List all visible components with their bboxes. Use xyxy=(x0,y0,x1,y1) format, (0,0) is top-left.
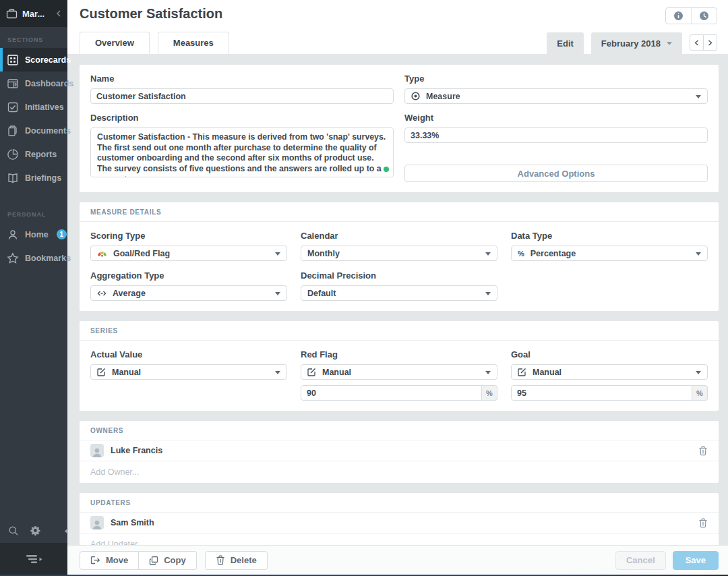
add-updater-input[interactable] xyxy=(80,534,719,545)
decimal-precision-value: Default xyxy=(307,289,336,298)
period-dropdown[interactable]: February 2018 xyxy=(591,32,682,54)
scorecards-icon xyxy=(7,54,19,66)
remove-owner-button[interactable] xyxy=(698,446,708,456)
red-flag-amount-input[interactable] xyxy=(301,385,482,401)
avatar xyxy=(90,444,104,457)
advanced-options-button[interactable]: Advanced Options xyxy=(404,165,708,182)
weight-input[interactable] xyxy=(404,127,708,143)
type-value: Measure xyxy=(426,92,460,101)
edit-tab[interactable]: Edit xyxy=(547,32,584,54)
name-input[interactable] xyxy=(90,88,394,104)
actual-value-select[interactable]: Manual xyxy=(90,364,287,380)
sidebar-item-dashboards[interactable]: Dashboards xyxy=(0,71,67,95)
autosave-dot-icon xyxy=(384,167,389,172)
tab-measures[interactable]: Measures xyxy=(158,32,229,54)
trash-icon xyxy=(698,518,708,528)
edit-pencil-icon xyxy=(307,368,316,376)
gear-icon[interactable] xyxy=(30,525,41,536)
chevron-down-icon xyxy=(696,252,701,256)
calendar-label: Calendar xyxy=(301,231,497,241)
decimal-precision-select[interactable]: Default xyxy=(301,285,497,301)
period-label: February 2018 xyxy=(601,38,661,49)
reports-icon xyxy=(7,148,19,161)
sidebar-item-initiatives[interactable]: Initiatives xyxy=(0,95,67,119)
edit-pencil-icon xyxy=(97,368,106,376)
home-badge: 1 xyxy=(57,229,67,239)
previous-period-button[interactable] xyxy=(690,34,704,51)
goal-label: Goal xyxy=(511,349,708,359)
info-button[interactable] xyxy=(666,8,691,24)
scoring-type-select[interactable]: Goal/Red Flag xyxy=(90,246,287,261)
percent-addon: % xyxy=(482,385,497,401)
chevron-left-icon[interactable] xyxy=(64,528,68,534)
move-button[interactable]: Move xyxy=(80,551,139,570)
edit-form: Name Description Customer Satisfaction -… xyxy=(67,54,728,545)
personal-label: PERSONAL xyxy=(0,202,67,223)
series-header: SERIES xyxy=(80,321,719,341)
measure-target-icon xyxy=(411,92,420,100)
save-button[interactable]: Save xyxy=(673,551,719,570)
sidebar-item-label: Home xyxy=(25,230,49,239)
briefcase-icon xyxy=(6,8,18,20)
aggregation-icon xyxy=(97,290,107,297)
aggregation-type-select[interactable]: Average xyxy=(90,285,287,301)
actual-value-value: Manual xyxy=(112,368,141,377)
sidebar-item-bookmarks[interactable]: Bookmarks xyxy=(0,246,67,270)
copy-button[interactable]: Copy xyxy=(139,551,197,570)
sidebar-item-label: Scorecards xyxy=(25,55,71,65)
goal-amount-input[interactable] xyxy=(511,385,692,401)
general-card: Name Description Customer Satisfaction -… xyxy=(80,65,719,192)
red-flag-label: Red Flag xyxy=(301,349,497,359)
workspace-switcher[interactable]: Mar... xyxy=(0,0,67,27)
move-copy-group: Move Copy xyxy=(80,551,197,570)
delete-button[interactable]: Delete xyxy=(205,551,268,570)
scoring-type-value: Goal/Red Flag xyxy=(113,249,170,258)
sidebar-item-reports[interactable]: Reports xyxy=(0,142,67,166)
tray-toggle[interactable] xyxy=(0,543,67,575)
chevron-down-icon xyxy=(667,42,672,45)
cancel-button[interactable]: Cancel xyxy=(615,551,666,570)
next-period-button[interactable] xyxy=(704,34,717,51)
name-label: Name xyxy=(90,74,394,84)
series-card: SERIES Actual Value Manual xyxy=(80,321,719,411)
main-area: Customer Satisfaction Overview Measures … xyxy=(67,0,728,576)
sections-label: SECTIONS xyxy=(0,27,67,48)
move-icon xyxy=(90,556,100,565)
calendar-select[interactable]: Monthly xyxy=(301,246,497,261)
sidebar-collapse-icon[interactable] xyxy=(56,10,61,17)
chevron-left-icon xyxy=(694,40,699,46)
sidebar-item-briefings[interactable]: Briefings xyxy=(0,166,67,190)
data-type-select[interactable]: % Percentage xyxy=(511,246,708,261)
red-flag-select[interactable]: Manual xyxy=(301,364,497,380)
trash-icon xyxy=(698,446,708,456)
sidebar-item-home[interactable]: Home 1 xyxy=(0,223,67,246)
sidebar: Mar... SECTIONS Scorecards Dashboards In… xyxy=(0,0,67,576)
chevron-down-icon xyxy=(275,292,280,295)
type-select[interactable]: Measure xyxy=(404,88,708,104)
remove-updater-button[interactable] xyxy=(698,518,708,528)
sidebar-item-label: Initiatives xyxy=(25,103,64,112)
owner-name: Luke Francis xyxy=(111,446,162,455)
type-label: Type xyxy=(404,74,708,84)
tab-overview[interactable]: Overview xyxy=(80,32,150,54)
sidebar-item-label: Reports xyxy=(25,150,57,159)
red-flag-value: Manual xyxy=(322,368,351,377)
header-action-group xyxy=(665,7,717,24)
data-type-label: Data Type xyxy=(511,231,708,241)
goal-select[interactable]: Manual xyxy=(511,364,708,380)
actual-value-label: Actual Value xyxy=(90,349,287,359)
chevron-down-icon xyxy=(275,371,280,374)
search-icon[interactable] xyxy=(8,525,19,536)
sidebar-item-documents[interactable]: Documents xyxy=(0,119,67,142)
history-button[interactable] xyxy=(691,8,717,24)
sidebar-item-scorecards[interactable]: Scorecards xyxy=(0,48,67,71)
add-owner-input[interactable] xyxy=(80,461,719,483)
description-textarea[interactable]: Customer Satisfaction - This measure is … xyxy=(90,127,394,177)
sidebar-item-label: Bookmarks xyxy=(25,254,71,263)
chevron-down-icon xyxy=(696,95,701,98)
chevron-down-icon xyxy=(275,252,280,256)
updater-name: Sam Smith xyxy=(111,518,154,527)
edit-pencil-icon xyxy=(518,368,526,376)
measure-details-header: MEASURE DETAILS xyxy=(80,202,719,222)
aggregation-type-label: Aggregation Type xyxy=(90,270,287,281)
